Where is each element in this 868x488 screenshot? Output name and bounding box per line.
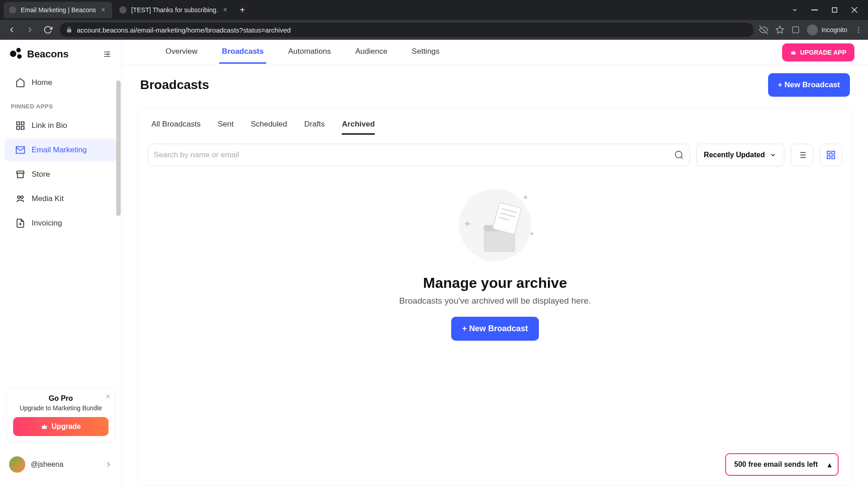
main: Overview Broadcasts Automations Audience… <box>122 40 868 488</box>
empty-state: ✦ ✦ ✦ Manage your archive Broadcasts you… <box>148 166 842 341</box>
address-bar[interactable]: account.beacons.ai/email-marketing/home/… <box>60 23 754 37</box>
incognito-indicator[interactable]: Incognito <box>807 24 847 35</box>
user-menu[interactable]: @jsheena <box>0 449 122 480</box>
minimize-icon[interactable] <box>810 5 819 14</box>
tab-audience[interactable]: Audience <box>353 41 390 64</box>
chevron-down-icon[interactable] <box>790 5 799 14</box>
filter-tab-all[interactable]: All Broadcasts <box>151 120 201 135</box>
svg-point-17 <box>18 196 20 199</box>
svg-point-7 <box>858 27 859 28</box>
sidebar-item-store[interactable]: Store <box>5 163 117 186</box>
page-title: Broadcasts <box>140 78 209 92</box>
svg-rect-29 <box>827 151 830 154</box>
svg-rect-14 <box>21 122 24 125</box>
svg-text:✦: ✦ <box>463 218 472 230</box>
svg-marker-5 <box>776 26 784 33</box>
chevron-right-icon <box>104 460 113 469</box>
search-field-wrap[interactable] <box>148 144 690 166</box>
upgrade-app-label: UPGRADE APP <box>800 49 846 56</box>
maximize-icon[interactable] <box>830 5 839 14</box>
svg-rect-15 <box>17 127 19 129</box>
sort-label: Recently Updated <box>704 151 765 159</box>
filter-tabs: All Broadcasts Sent Scheduled Drafts Arc… <box>148 118 842 144</box>
chevron-down-icon <box>769 151 777 159</box>
url-text: account.beacons.ai/email-marketing/home/… <box>77 26 291 34</box>
back-button[interactable] <box>5 23 18 36</box>
logo-icon <box>10 48 23 61</box>
sidebar-scrollbar[interactable] <box>116 80 121 261</box>
brand-name: Beacons <box>27 48 69 60</box>
sidebar-item-label: Invoicing <box>32 219 62 228</box>
tab-broadcasts[interactable]: Broadcasts <box>219 41 267 64</box>
svg-rect-13 <box>17 122 19 125</box>
forward-button[interactable] <box>24 23 36 36</box>
invoice-icon <box>15 218 25 228</box>
svg-point-21 <box>675 151 682 158</box>
svg-rect-6 <box>793 27 799 33</box>
url-bar: account.beacons.ai/email-marketing/home/… <box>0 20 868 40</box>
avatar <box>9 456 25 473</box>
grid-view-button[interactable] <box>820 144 842 166</box>
close-icon[interactable]: × <box>99 6 107 14</box>
close-icon[interactable]: × <box>222 6 229 14</box>
tab-automations[interactable]: Automations <box>285 41 334 64</box>
close-icon[interactable] <box>850 5 859 14</box>
svg-rect-31 <box>827 156 830 159</box>
close-icon[interactable]: × <box>105 392 110 401</box>
sidebar-section-header: PINNED APPS <box>0 95 122 113</box>
sidebar-item-home[interactable]: Home <box>5 71 117 94</box>
sidebar-item-media-kit[interactable]: Media Kit <box>5 188 117 210</box>
filter-tab-sent[interactable]: Sent <box>218 120 234 135</box>
sidebar-item-invoicing[interactable]: Invoicing <box>5 212 117 235</box>
new-broadcast-button[interactable]: + New Broadcast <box>768 73 850 97</box>
gopro-card: × Go Pro Upgrade to Marketing Bundle Upg… <box>6 388 115 443</box>
collapse-sidebar-icon[interactable] <box>103 50 112 59</box>
quota-pill[interactable]: 500 free email sends left <box>725 453 839 476</box>
empty-subtitle: Broadcasts you've archived will be displ… <box>399 296 591 306</box>
new-tab-button[interactable]: + <box>236 4 249 16</box>
top-nav: Overview Broadcasts Automations Audience… <box>122 40 868 65</box>
extensions-icon[interactable] <box>792 26 800 34</box>
upgrade-app-button[interactable]: UPGRADE APP <box>782 43 854 61</box>
tab-title: Email Marketing | Beacons <box>21 6 96 14</box>
browser-tab[interactable]: Email Marketing | Beacons × <box>4 2 112 18</box>
tab-favicon <box>9 6 16 14</box>
sidebar-item-link-in-bio[interactable]: Link in Bio <box>5 114 117 137</box>
star-icon[interactable] <box>775 25 784 34</box>
empty-illustration: ✦ ✦ ✦ <box>441 180 549 270</box>
quota-label: 500 free email sends left <box>734 460 818 468</box>
list-view-button[interactable] <box>791 144 813 166</box>
tab-overview[interactable]: Overview <box>163 41 200 64</box>
svg-rect-0 <box>811 9 818 10</box>
filter-tab-drafts[interactable]: Drafts <box>304 120 325 135</box>
sort-dropdown[interactable]: Recently Updated <box>696 144 784 166</box>
browser-tab[interactable]: [TEST] Thanks for subscribing. × <box>114 2 234 18</box>
kebab-menu-icon[interactable] <box>854 26 863 34</box>
sidebar-item-label: Media Kit <box>32 194 64 203</box>
crown-icon <box>790 49 797 56</box>
brand-logo[interactable]: Beacons <box>10 48 69 61</box>
crown-icon <box>41 423 48 430</box>
eye-off-icon[interactable] <box>759 25 768 34</box>
store-icon <box>15 169 25 179</box>
sidebar-item-label: Link in Bio <box>32 121 67 130</box>
reload-button[interactable] <box>42 23 54 36</box>
incognito-icon <box>807 24 818 35</box>
controls-row: Recently Updated <box>148 144 842 166</box>
sidebar-item-email-marketing[interactable]: Email Marketing <box>5 139 117 161</box>
browser-chrome: Email Marketing | Beacons × [TEST] Thank… <box>0 0 868 40</box>
upgrade-button[interactable]: Upgrade <box>13 417 108 436</box>
new-broadcast-button[interactable]: + New Broadcast <box>451 317 539 341</box>
search-input[interactable] <box>154 150 674 160</box>
tab-settings[interactable]: Settings <box>409 41 442 64</box>
gopro-title: Go Pro <box>13 394 108 403</box>
search-icon[interactable] <box>674 150 684 160</box>
sidebar-item-label: Email Marketing <box>32 145 87 155</box>
upgrade-button-label: Upgrade <box>52 422 81 431</box>
svg-text:✦: ✦ <box>522 193 529 202</box>
filter-tab-scheduled[interactable]: Scheduled <box>251 120 287 135</box>
filter-tab-archived[interactable]: Archived <box>342 120 375 135</box>
content-card: All Broadcasts Sent Scheduled Drafts Arc… <box>137 108 853 485</box>
window-controls <box>790 5 864 14</box>
svg-point-18 <box>21 196 23 199</box>
